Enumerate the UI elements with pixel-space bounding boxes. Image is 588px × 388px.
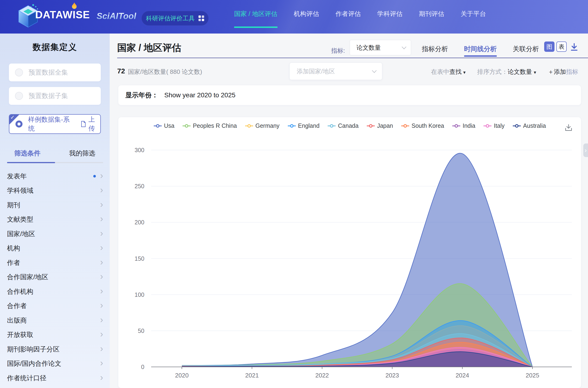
radio-icon[interactable] <box>15 92 23 100</box>
find-in-table-control[interactable]: 在表中查找▼ <box>431 68 466 76</box>
nav-item-1[interactable]: 机构评估 <box>294 10 319 18</box>
filter-label: 合作国家/地区 <box>7 273 100 282</box>
svg-text:2023: 2023 <box>385 372 399 379</box>
add-metric-button[interactable]: ＋添加指标 <box>548 68 578 76</box>
svg-text:150: 150 <box>135 255 144 262</box>
filter-label: 开放获取 <box>7 330 100 339</box>
chevron-down-icon <box>372 68 376 73</box>
tab-timeline-analysis[interactable]: 时间线分析 <box>464 45 497 53</box>
filter-item[interactable]: 文献类型 › <box>0 212 110 227</box>
app-root: { "header": { "brand": "DATAWISE", "sub_… <box>0 0 588 388</box>
drawer-toggle-handle[interactable]: › <box>583 144 588 157</box>
nav-item-0[interactable]: 国家 / 地区评估 <box>234 10 278 18</box>
filter-item[interactable]: 期刊影响因子分区 › <box>0 342 110 357</box>
filter-label: 期刊 <box>7 201 100 210</box>
download-icon[interactable] <box>569 42 579 52</box>
dataset-option-label: 样例数据集-系统 <box>28 115 72 133</box>
filter-label: 国际/国内合作论文 <box>7 359 100 368</box>
filter-label: 学科领域 <box>7 186 100 195</box>
dataset-option-sample[interactable]: ✓ 样例数据集-系统 上传 <box>9 114 101 134</box>
filter-item[interactable]: 国家/地区 › <box>0 227 110 241</box>
chevron-right-icon: › <box>585 146 587 154</box>
find-action: 查找 <box>449 68 461 75</box>
chart-view-button[interactable]: 图 <box>544 42 555 52</box>
caret-down-icon: ▼ <box>533 70 537 75</box>
dataset-option-full[interactable]: 预置数据全集 <box>9 64 101 81</box>
upload-action[interactable]: 上传 <box>81 115 100 133</box>
svg-text:2022: 2022 <box>315 372 329 379</box>
tool-switcher-pill[interactable]: 科研评估评价工具 <box>141 11 209 25</box>
filter-label: 作者统计口径 <box>7 374 100 383</box>
sort-control[interactable]: 排序方式：论文数量▼ <box>477 68 537 76</box>
filter-item[interactable]: 开放获取 › <box>0 328 110 342</box>
timeline-area-chart[interactable]: 0501001502002503002020202120222023202420… <box>118 117 581 388</box>
chevron-down-icon <box>402 45 406 49</box>
filter-label: 合作机构 <box>7 287 100 296</box>
check-icon: ✓ <box>10 114 15 121</box>
filter-label: 期刊影响因子分区 <box>7 345 100 354</box>
page-title: 国家 / 地区评估 <box>117 41 181 54</box>
tab-relation-analysis[interactable]: 关联分析 <box>513 45 539 53</box>
filter-item[interactable]: 发表年 › <box>0 169 110 184</box>
year-range-value: Show year 2020 to 2025 <box>164 91 235 99</box>
caret-down-icon: ▼ <box>462 70 466 75</box>
filter-item[interactable]: 出版商 › <box>0 313 110 328</box>
nav-item-3[interactable]: 学科评估 <box>377 10 403 18</box>
svg-text:200: 200 <box>135 219 144 225</box>
filter-item[interactable]: 国际/国内合作论文 › <box>0 357 110 371</box>
filter-item[interactable]: 学科领域 › <box>0 184 110 198</box>
filter-label: 文献类型 <box>7 215 100 224</box>
find-prefix: 在表中 <box>431 68 449 75</box>
sidebar-tab-active-underline <box>7 162 55 163</box>
svg-text:300: 300 <box>135 147 144 153</box>
tab-filter-conditions[interactable]: 筛选条件 <box>0 149 55 158</box>
plus-icon: ＋ <box>548 68 554 75</box>
filter-label: 国家/地区 <box>7 230 100 239</box>
radio-icon[interactable] <box>15 69 23 76</box>
svg-text:2024: 2024 <box>456 372 469 379</box>
filter-item[interactable]: 作者统计口径 › <box>0 371 110 386</box>
tool-pill-label: 科研评估评价工具 <box>146 14 195 23</box>
filter-item[interactable]: 作者 › <box>0 256 110 270</box>
dataset-option-label: 预置数据子集 <box>29 91 68 100</box>
add-region-placeholder: 添加国家/地区 <box>297 67 335 75</box>
flame-icon <box>72 2 77 10</box>
nav-item-4[interactable]: 期刊评估 <box>419 10 444 18</box>
main-nav: 国家 / 地区评估机构评估作者评估学科评估期刊评估关于平台 <box>234 7 486 21</box>
active-filter-dot-icon <box>93 175 96 177</box>
filter-item[interactable]: 期刊 › <box>0 198 110 212</box>
app-header: DATAWISE SciAITool 科研评估评价工具 国家 / 地区评估机构评… <box>0 0 588 33</box>
sidebar-tab-track <box>7 162 103 163</box>
sidebar: 数据集定义 预置数据全集 预置数据子集 ✓ 样例数据集-系统 上传 筛选条件 我… <box>0 33 110 388</box>
filter-item[interactable]: 机构 › <box>0 241 110 256</box>
sidebar-title: 数据集定义 <box>0 42 110 53</box>
svg-text:250: 250 <box>135 183 144 190</box>
dataset-option-subset[interactable]: 预置数据子集 <box>9 87 101 105</box>
sub-brand-name: SciAITool <box>96 11 136 21</box>
filter-label: 发表年 <box>7 172 93 181</box>
analysis-tabs: 指标分析 时间线分析 关联分析 <box>422 45 539 53</box>
metric-label: 指标: <box>331 47 345 55</box>
svg-text:100: 100 <box>135 291 144 298</box>
apps-grid-icon <box>198 16 204 21</box>
filter-item[interactable]: 合作机构 › <box>0 284 110 299</box>
year-range-label: 显示年份： <box>125 91 158 100</box>
filter-item[interactable]: 合作者 › <box>0 299 110 314</box>
add-region-select[interactable]: 添加国家/地区 <box>289 63 382 80</box>
filter-label: 机构 <box>7 244 100 253</box>
svg-text:2025: 2025 <box>526 372 539 379</box>
add-metric-light: 指标 <box>566 68 578 75</box>
year-range-bar: 显示年份： Show year 2020 to 2025 <box>118 85 581 105</box>
filter-item[interactable]: 合作国家/地区 › <box>0 270 110 285</box>
region-count-label: 国家/地区数量( 880 论文数) <box>128 68 202 76</box>
nav-item-2[interactable]: 作者评估 <box>336 10 361 18</box>
filter-label: 合作者 <box>7 301 100 310</box>
nav-item-5[interactable]: 关于平台 <box>461 10 486 18</box>
add-metric-strong: 添加 <box>554 68 566 75</box>
tab-metric-analysis[interactable]: 指标分析 <box>422 45 448 53</box>
tab-my-filters[interactable]: 我的筛选 <box>55 149 110 158</box>
sidebar-tabs: 筛选条件 我的筛选 <box>0 149 110 158</box>
table-view-button[interactable]: 表 <box>556 42 567 52</box>
metric-select[interactable]: 论文数量 <box>350 40 411 55</box>
dataset-option-label: 预置数据全集 <box>29 68 68 77</box>
